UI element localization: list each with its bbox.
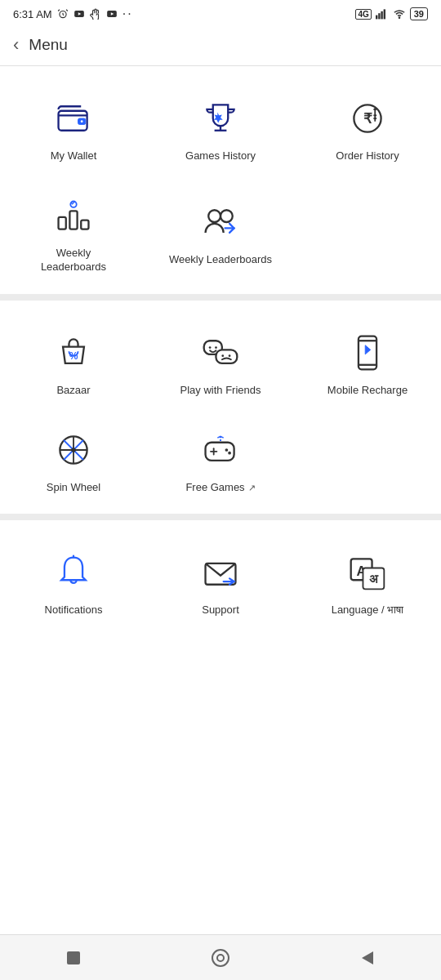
rupee-circle-icon: ₹ (348, 99, 387, 138)
menu-item-free-games[interactable]: Free Games ↗ (147, 411, 294, 508)
svg-rect-9 (381, 11, 382, 20)
svg-rect-10 (383, 9, 385, 19)
bag-icon: % (54, 333, 93, 372)
more-dots: ·· (122, 7, 133, 21)
nav-back-button[interactable] (351, 942, 384, 974)
nav-home-button[interactable] (204, 942, 237, 974)
order-history-label: Order History (336, 149, 399, 163)
language-label: Language / भाषा (332, 604, 404, 617)
menu-item-support[interactable]: Support (147, 533, 294, 630)
status-right: 4G 39 (355, 7, 428, 20)
section-support: Notifications Support A अ (0, 514, 441, 637)
svg-point-27 (220, 211, 233, 223)
phone-charge-icon-container (345, 330, 390, 376)
svg-rect-8 (378, 13, 380, 19)
refer-icon-container (198, 199, 243, 245)
svg-line-1 (58, 10, 60, 11)
menu-item-refer-earn[interactable]: Weekly Leaderboards (147, 176, 294, 287)
phone-charge-icon (348, 333, 387, 372)
wallet-icon (54, 99, 93, 138)
svg-point-31 (209, 346, 212, 349)
games-history-label: Games History (185, 149, 256, 163)
bag-icon-container: % (51, 330, 96, 376)
external-link-icon: ↗ (248, 483, 256, 493)
notifications-label: Notifications (45, 604, 103, 617)
menu-item-games-history[interactable]: Games History (147, 79, 294, 176)
free-games-label: Free Games (185, 481, 244, 495)
rupee-circle-icon-container: ₹ (345, 96, 390, 141)
language-icon-container: A अ (345, 550, 390, 595)
svg-marker-39 (365, 345, 370, 354)
spin-wheel-label: Spin Wheel (47, 481, 100, 495)
language-icon: A अ (348, 553, 387, 592)
svg-point-45 (71, 448, 76, 452)
svg-point-35 (229, 354, 231, 357)
bottom-nav (0, 934, 441, 980)
svg-rect-7 (376, 16, 377, 20)
spin-icon (54, 430, 93, 470)
svg-point-34 (221, 354, 224, 357)
spin-icon-container (51, 427, 96, 473)
account-grid: My Wallet Games History ₹ (0, 79, 441, 287)
square-icon (65, 949, 82, 967)
gamepad-icon (201, 430, 240, 470)
bell-icon-container (51, 550, 96, 595)
gamepad-icon-container (198, 427, 243, 473)
wifi-icon (393, 8, 406, 20)
svg-text:₹: ₹ (363, 111, 372, 127)
svg-rect-23 (69, 211, 77, 229)
svg-point-14 (81, 120, 83, 122)
header: ‹ Menu (0, 24, 441, 66)
leaderboard-icon (54, 196, 93, 235)
refer-earn-label: Weekly Leaderboards (169, 253, 272, 267)
circle-home-icon (211, 948, 230, 968)
play-with-friends-label: Play with Friends (180, 384, 261, 398)
mobile-recharge-label: Mobile Recharge (327, 384, 408, 398)
menu-item-my-wallet[interactable]: My Wallet (0, 79, 147, 176)
menu-item-language[interactable]: A अ Language / भाषा (294, 533, 441, 630)
wallet-icon-container (51, 96, 96, 141)
trophy-icon (201, 99, 240, 138)
menu-item-spin-wheel[interactable]: Spin Wheel (0, 411, 147, 508)
status-bar: 6:31 AM ·· 4G 39 (0, 0, 441, 24)
menu-item-weekly-leaderboards[interactable]: Weekly Leaderboards (0, 176, 147, 287)
nav-square-button[interactable] (57, 942, 90, 974)
wallet-label: My Wallet (51, 149, 97, 163)
svg-text:अ: अ (369, 572, 379, 586)
masks-icon-container (198, 330, 243, 376)
menu-item-bazaar[interactable]: % Bazaar (0, 314, 147, 411)
header-title: Menu (29, 36, 68, 54)
svg-rect-58 (67, 951, 80, 964)
time: 6:31 AM (13, 8, 52, 20)
svg-point-49 (225, 448, 229, 452)
masks-icon (201, 333, 240, 372)
mail-icon-container (198, 550, 243, 595)
mail-icon (201, 553, 240, 592)
svg-point-26 (208, 211, 220, 223)
features-grid: % Bazaar Play (0, 314, 441, 508)
svg-point-50 (228, 451, 231, 454)
status-left: 6:31 AM ·· (13, 7, 133, 21)
free-games-label-row: Free Games ↗ (185, 481, 255, 495)
network-badge: 4G (355, 9, 371, 20)
svg-point-11 (399, 17, 399, 18)
menu-item-mobile-recharge[interactable]: Mobile Recharge (294, 314, 441, 411)
menu-item-notifications[interactable]: Notifications (0, 533, 147, 630)
menu-item-order-history[interactable]: ₹ Order History (294, 79, 441, 176)
refer-icon (201, 203, 240, 242)
svg-rect-24 (81, 220, 88, 229)
youtube2-icon (106, 8, 118, 20)
svg-rect-33 (216, 350, 237, 363)
svg-rect-46 (206, 442, 234, 460)
bottom-spacer (0, 637, 441, 696)
svg-marker-61 (362, 951, 373, 964)
back-button[interactable]: ‹ (13, 34, 19, 56)
weekly-leaderboards-label: Weekly Leaderboards (41, 247, 106, 274)
signal-icon (376, 8, 389, 20)
svg-point-60 (217, 955, 224, 961)
youtube-icon (74, 8, 85, 20)
menu-item-play-with-friends[interactable]: Play with Friends (147, 314, 294, 411)
leaderboard-icon-container (51, 193, 96, 238)
support-label: Support (202, 604, 239, 617)
svg-point-32 (215, 346, 217, 349)
